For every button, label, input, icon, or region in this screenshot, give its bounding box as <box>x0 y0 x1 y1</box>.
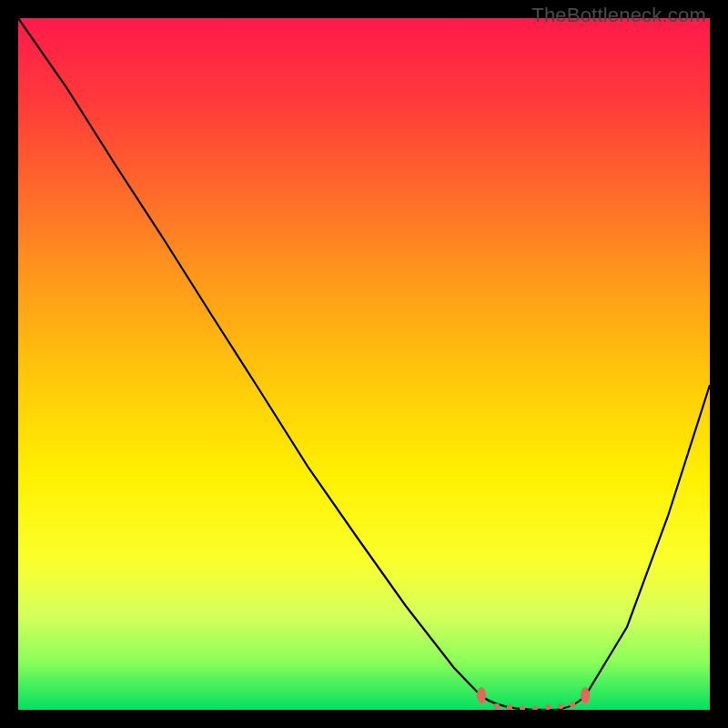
watermark-text: TheBottleneck.com <box>531 4 706 27</box>
curve-path <box>18 18 710 710</box>
svg-point-4 <box>545 704 551 710</box>
svg-point-0 <box>494 703 500 709</box>
svg-point-3 <box>532 705 538 710</box>
svg-point-2 <box>520 705 525 710</box>
chart-frame: TheBottleneck.com <box>0 0 728 728</box>
optimal-marker-right <box>581 687 590 703</box>
optimal-marker-left <box>477 687 486 703</box>
bottleneck-curve <box>18 18 710 710</box>
svg-point-1 <box>507 704 512 710</box>
svg-point-5 <box>558 703 563 709</box>
svg-point-6 <box>570 702 575 707</box>
